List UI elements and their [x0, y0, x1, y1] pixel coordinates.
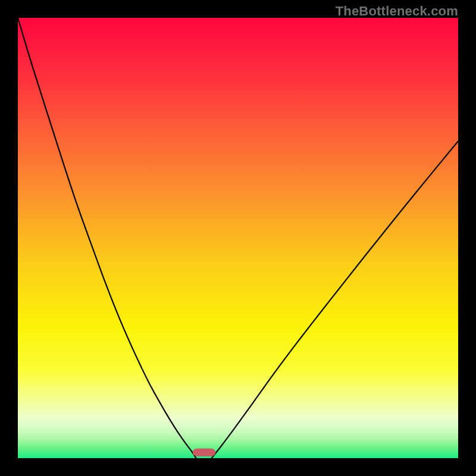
- bottleneck-chart: [18, 18, 458, 458]
- chart-frame: TheBottleneck.com: [0, 0, 476, 476]
- watermark-text: TheBottleneck.com: [336, 4, 458, 19]
- plot-area: [18, 18, 458, 458]
- vertex-marker: [193, 449, 215, 456]
- gradient-background: [18, 18, 458, 458]
